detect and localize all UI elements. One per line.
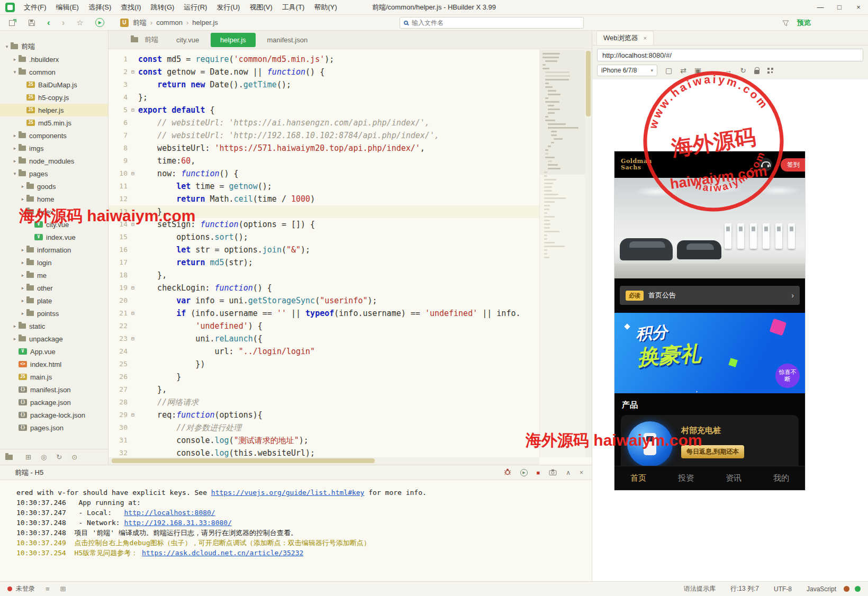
tree-item[interactable]: ▾index (0, 205, 108, 218)
line-number[interactable]: 2 (108, 66, 128, 78)
forward-icon[interactable]: › (62, 18, 65, 27)
tree-item[interactable]: ▸login (0, 256, 108, 269)
minimap[interactable] (539, 50, 585, 457)
code-line[interactable]: 27 }, (108, 383, 539, 396)
console-link[interactable]: http://localhost:8080/ (124, 509, 215, 517)
customer-service-icon[interactable] (758, 158, 772, 171)
rerun-icon[interactable]: ▶ (520, 469, 528, 476)
line-number[interactable]: 15 (108, 231, 128, 243)
menu-item[interactable]: 运行(R) (179, 0, 212, 15)
new-file-icon[interactable] (8, 19, 16, 26)
tree-item[interactable]: ▸goods (0, 180, 108, 193)
tree-item[interactable]: ▸static (0, 320, 108, 332)
line-number[interactable]: 19 (108, 282, 128, 294)
code-line[interactable]: 25 }) (108, 358, 539, 371)
code-line[interactable]: 12 return Math.ceil(time / 1000) (108, 193, 539, 205)
statusbar-item[interactable]: 行:13 列:7 (730, 584, 759, 593)
star-icon[interactable]: ☆ (76, 19, 83, 26)
console-link[interactable]: https://ask.dcloud.net.cn/article/35232 (142, 549, 303, 557)
code-line[interactable]: 30 //对参数进行处理 (108, 421, 539, 434)
fold-icon[interactable]: ⊟ (128, 167, 138, 180)
tree-item[interactable]: ▾common (0, 66, 108, 78)
tree-item[interactable]: ▸information (0, 243, 108, 256)
horizontal-scrollbar-thumb[interactable] (112, 458, 375, 463)
filter-icon[interactable] (782, 19, 789, 29)
line-number[interactable]: 25 (108, 358, 128, 371)
code-line[interactable]: 21⊟ if (info.username == '' || typeof(in… (108, 307, 539, 320)
stop-icon[interactable]: ■ (537, 469, 540, 476)
fold-icon[interactable]: ⊟ (128, 409, 138, 421)
code-line[interactable]: 2⊟const getnow = Date.now || function() … (108, 66, 539, 78)
tree-item[interactable]: VApp.vue (0, 345, 108, 358)
line-number[interactable]: 3 (108, 78, 128, 91)
fold-icon[interactable]: ⊟ (128, 332, 138, 345)
code-line[interactable]: 15 options.sort(); (108, 231, 539, 243)
code-line[interactable]: 23⊟ uni.reLaunch({ (108, 332, 539, 345)
promo-banner[interactable]: 积分 换豪礼 惊喜不断 (614, 313, 805, 393)
menu-item[interactable]: 选择(S) (84, 0, 116, 15)
refresh-icon[interactable]: ↻ (740, 66, 746, 75)
screenshot-icon[interactable]: ▣ (694, 66, 701, 75)
qrcode-icon[interactable] (767, 68, 773, 74)
console-tab[interactable]: 前端 - H5 (15, 468, 43, 477)
fold-icon[interactable]: ⊟ (128, 104, 138, 116)
close-tab-icon[interactable]: × (644, 35, 647, 41)
vertical-scrollbar[interactable] (585, 50, 592, 457)
tab-manifest.json[interactable]: manifest.json (258, 33, 318, 47)
project-tab[interactable]: 前端 (108, 31, 167, 49)
tree-item[interactable]: ▸home (0, 193, 108, 205)
alert-indicator-icon[interactable] (844, 586, 849, 592)
nav-item-投资[interactable]: 投资 (662, 466, 710, 490)
statusbar-item[interactable]: JavaScript (807, 585, 836, 593)
console-link[interactable]: http://192.168.31.33:8080/ (124, 519, 232, 527)
line-number[interactable]: 5 (108, 104, 128, 116)
line-number[interactable]: 11 (108, 180, 128, 193)
tree-item[interactable]: {}package-lock.json (0, 409, 108, 421)
menu-item[interactable]: 跳转(G) (146, 0, 179, 15)
lock-icon[interactable] (754, 70, 760, 74)
line-number[interactable]: 27 (108, 383, 128, 396)
code-area[interactable]: 1const md5 = require('common/md5.min.js'… (108, 50, 539, 457)
tree-item[interactable]: ▾前端 (0, 40, 108, 53)
nav-item-首页[interactable]: 首页 (614, 466, 662, 490)
code-line[interactable]: 10⊟ now: function() { (108, 167, 539, 180)
line-number[interactable]: 31 (108, 434, 128, 447)
line-number[interactable]: 7 (108, 129, 128, 142)
tab-city.vue[interactable]: city.vue (167, 33, 209, 47)
debug-icon[interactable] (504, 468, 511, 477)
code-line[interactable]: 13 }, (108, 205, 539, 218)
line-number[interactable]: 30 (108, 421, 128, 434)
tree-item[interactable]: ▾pages (0, 167, 108, 180)
tree-item[interactable]: JSmain.js (0, 371, 108, 383)
breadcrumb-item[interactable]: 前端 (133, 18, 147, 28)
code-line[interactable]: 28 //网络请求 (108, 396, 539, 409)
tree-item[interactable]: ▸other (0, 282, 108, 294)
explorer-icon[interactable] (5, 455, 16, 460)
code-line[interactable]: 14⊟ setSign: function(options = []) { (108, 218, 539, 231)
line-number[interactable]: 4 (108, 91, 128, 104)
line-number[interactable]: 14 (108, 218, 128, 231)
tree-item[interactable]: <>index.html (0, 358, 108, 371)
nav-item-我的[interactable]: 我的 (757, 466, 805, 490)
line-number[interactable]: 17 (108, 256, 128, 269)
code-line[interactable]: 8 websiteUrl: 'https://571.haiwaiym20.to… (108, 142, 539, 155)
tab-helper.js[interactable]: helper.js (211, 33, 255, 47)
code-line[interactable]: 31 console.log("测试请求的地址"); (108, 434, 539, 447)
tree-item[interactable]: {}manifest.json (0, 383, 108, 396)
code-line[interactable]: 24 url: "../login/login" (108, 345, 539, 358)
code-line[interactable]: 22 'undefined') { (108, 320, 539, 332)
code-line[interactable]: 20 var info = uni.getStorageSync("userin… (108, 294, 539, 307)
browser-tab[interactable]: Web浏览器 × (596, 31, 654, 45)
line-number[interactable]: 6 (108, 116, 128, 129)
line-number[interactable]: 12 (108, 193, 128, 205)
split-view-icon[interactable]: ⊞ (60, 585, 66, 593)
code-line[interactable]: 5⊟export default { (108, 104, 539, 116)
menu-item[interactable]: 帮助(Y) (309, 0, 341, 15)
line-number[interactable]: 28 (108, 396, 128, 409)
back-icon[interactable]: ‹ (47, 18, 50, 27)
camera-icon[interactable] (549, 468, 557, 477)
tree-item[interactable]: ▸imgs (0, 142, 108, 155)
tree-item[interactable]: JSBaiDuMap.js (0, 78, 108, 91)
tree-item[interactable]: {}package.json (0, 396, 108, 409)
collapse-panel-icon[interactable]: ∧ (566, 469, 571, 476)
